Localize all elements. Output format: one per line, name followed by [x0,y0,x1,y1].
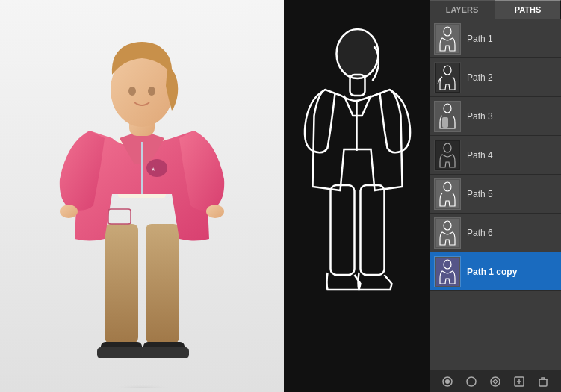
panel-footer [430,370,561,392]
layer-name: Path 2 [467,72,493,83]
svg-rect-2 [146,224,179,343]
layer-thumbnail [434,256,461,287]
svg-point-14 [148,87,155,96]
svg-point-13 [128,87,136,96]
layer-item[interactable]: Path 2 [430,58,561,97]
silhouette-figure [291,7,422,385]
layer-thumbnail [434,62,461,93]
svg-rect-30 [442,117,448,128]
clipping-mask-button[interactable] [489,375,502,388]
svg-point-9 [60,205,78,218]
svg-point-40 [445,379,450,384]
silhouette-panel [284,0,430,392]
layer-item[interactable]: Path 3 [430,97,561,136]
svg-rect-1 [105,224,138,343]
svg-point-42 [491,377,500,386]
layer-name: Path 1 copy [467,267,517,277]
delete-path-button[interactable] [536,375,550,388]
panel-tabs: LAYERS PATHS [430,0,561,19]
svg-rect-21 [360,185,384,275]
svg-point-10 [206,205,224,218]
layer-item[interactable]: Path 1 [430,19,561,58]
layer-item[interactable]: Path 5 [430,175,561,214]
layer-thumbnail [434,140,461,171]
layer-name: Path 1 [467,34,493,44]
paths-list: Path 1 Path 2 [430,19,561,370]
layer-item[interactable]: Path 6 [430,214,561,252]
layer-name: Path 3 [467,111,493,122]
layer-name: Path 6 [467,228,493,238]
fill-path-button[interactable] [441,375,454,388]
layer-name: Path 4 [467,150,493,161]
svg-point-0 [82,373,202,388]
layer-thumbnail [434,217,461,249]
layer-name: Path 5 [467,189,493,199]
photo-panel: ★ [0,0,284,392]
tab-layers[interactable]: LAYERS [430,0,495,19]
layer-thumbnail [434,101,461,132]
new-path-button[interactable] [512,375,526,388]
svg-rect-17 [108,209,131,224]
layer-thumbnail [434,178,461,210]
layer-item[interactable]: Path 4 [430,136,561,175]
layer-thumbnail [434,23,461,55]
svg-point-41 [467,377,476,386]
photo-figure: ★ [30,7,254,388]
layer-item-selected[interactable]: Path 1 copy [430,252,561,291]
stroke-path-button[interactable] [465,375,478,388]
svg-rect-6 [140,347,189,358]
svg-point-23 [336,29,378,78]
svg-rect-4 [97,347,146,358]
layers-panel: LAYERS PATHS Path 1 [430,0,561,392]
svg-point-15 [146,159,167,177]
svg-rect-20 [330,185,354,275]
svg-text:★: ★ [151,167,155,172]
svg-rect-46 [539,379,547,386]
tab-paths[interactable]: PATHS [495,0,561,19]
